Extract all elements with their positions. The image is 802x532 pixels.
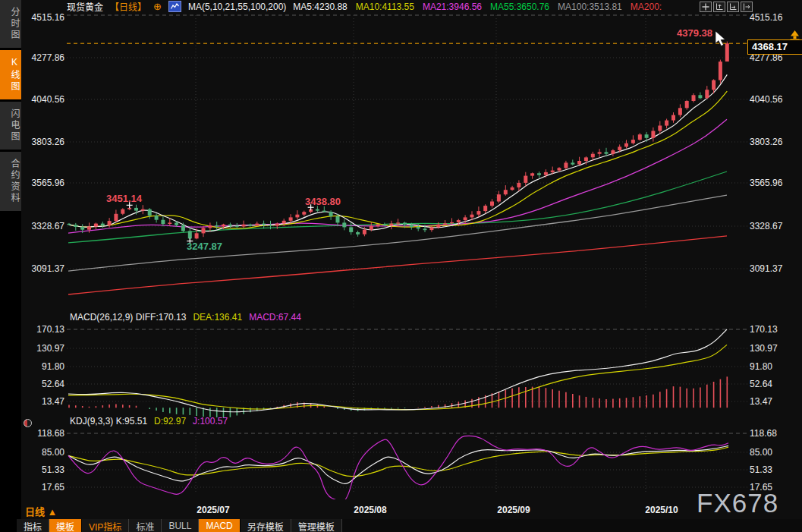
price-axis-label: 3803.26 — [750, 137, 801, 147]
price-axis-label: 3565.96 — [21, 178, 64, 188]
macd-axis-label: 130.97 — [21, 343, 64, 354]
macd-axis-label: 91.80 — [750, 361, 801, 372]
period-dropdown[interactable]: 日线 ▲ — [25, 504, 57, 518]
tab-bull[interactable]: BULL — [162, 519, 199, 532]
toolbar-corner — [0, 519, 17, 532]
exit-panel-icon[interactable] — [741, 2, 753, 12]
macd-dea-value: DEA:136.41 — [193, 312, 242, 323]
date-label: 2025/10 — [639, 505, 684, 515]
price-axis-label: 3328.67 — [21, 221, 64, 231]
ma-value-0: MA5:4230.88 — [293, 2, 347, 12]
price-axis-label: 4040.56 — [21, 94, 64, 105]
macd-axis-label: 130.97 — [750, 343, 801, 354]
macd-axis-label: 13.47 — [750, 396, 801, 407]
tab-template[interactable]: 模板 — [49, 519, 82, 532]
trading-chart-window: FX678 分时图K线图闪电图合约资料 现货黄金 【日线】 ⊕ MA(5,10,… — [0, 0, 802, 532]
kdj-k-value: K:95.51 — [116, 416, 147, 427]
ma-value-4: MA100:3513.81 — [558, 2, 622, 12]
price-axis-label: 4040.56 — [750, 94, 801, 105]
indicator-settings-icon[interactable] — [24, 419, 32, 427]
price-axis-label: 3803.26 — [21, 137, 64, 147]
macd-axis-label: 170.13 — [21, 324, 64, 335]
price-axis-label: 3328.67 — [750, 221, 801, 231]
date-label: 2025/09 — [491, 505, 536, 515]
ma-value-5: MA200: — [631, 2, 662, 12]
date-axis: 日线 ▲ 2025/072025/082025/092025/10 — [0, 499, 802, 519]
macd-panel-header: MACD(26,12,9) DIFF:170.13 DEA:136.41 MAC… — [70, 312, 301, 323]
sidebar-tab-time-chart[interactable]: 分时图 — [0, 0, 21, 48]
sidebar-tab-lightning-chart[interactable]: 闪电图 — [0, 102, 21, 150]
kdj-axis-label: 51.33 — [750, 464, 801, 475]
macd-macd-value: MACD:67.44 — [249, 312, 301, 323]
tab-standard[interactable]: 标准 — [129, 519, 162, 532]
macd-axis-label: 91.80 — [21, 361, 64, 372]
kdj-title: KDJ(9,3,3) — [70, 416, 113, 427]
ma-lines — [68, 74, 727, 294]
kdj-d-value: D:92.97 — [154, 416, 186, 427]
crosshair-tool-icon[interactable] — [700, 2, 712, 12]
ma-values: MA5:4230.88MA10:4113.55MA21:3946.56MA55:… — [293, 2, 662, 12]
sidebar-tab-kline-chart[interactable]: K线图 — [0, 50, 21, 99]
kdj-lines — [68, 436, 728, 501]
macd-axis-label: 52.64 — [750, 379, 801, 389]
axis-zoom-horizontal-icon[interactable] — [727, 2, 739, 12]
macd-axis-label: 52.64 — [21, 379, 64, 389]
add-indicator-icon[interactable]: ⊕ — [153, 1, 162, 12]
kdj-axis-label: 51.33 — [21, 464, 64, 475]
watermark: FX678 — [697, 488, 778, 518]
date-label: 2025/07 — [190, 505, 236, 515]
sidebar-tab-contract-info[interactable]: 合约资料 — [0, 152, 21, 211]
date-label: 2025/08 — [348, 505, 393, 515]
period-selector[interactable]: 【日线】 — [110, 0, 146, 13]
ma-value-1: MA10:4113.55 — [356, 2, 414, 12]
tab-manage-template[interactable]: 管理模板 — [291, 519, 342, 532]
kdj-axis-label: 85.00 — [21, 447, 64, 458]
symbol-name: 现货黄金 — [67, 0, 103, 13]
price-axis-label: 3091.37 — [21, 263, 64, 274]
price-axis-label: 3091.37 — [750, 263, 801, 274]
chart-tool-buttons — [700, 2, 753, 12]
kdj-axis-label: 118.68 — [750, 428, 801, 439]
ma-value-3: MA55:3650.76 — [490, 2, 549, 12]
ma-group-label: MA(5,10,21,55,100,200) — [188, 2, 286, 12]
tab-macd[interactable]: MACD — [199, 519, 240, 532]
price-axis-label: 4277.86 — [21, 52, 64, 63]
tab-save-template[interactable]: 另存模板 — [241, 519, 291, 532]
annotation-peak-3438: 3438.80 — [305, 196, 341, 207]
kdj-panel-header: KDJ(9,3,3) K:95.51 D:92.97 J:100.57 — [70, 416, 228, 427]
last-price-box: 4368.17 — [747, 39, 802, 55]
annotation-session-high: 4379.38 — [677, 27, 712, 39]
kdj-axis-label: 85.00 — [750, 447, 801, 458]
kdj-axis-label: 17.65 — [21, 482, 64, 493]
tab-vip-indicator[interactable]: VIP指标 — [82, 519, 129, 532]
chart-header: 现货黄金 【日线】 ⊕ MA(5,10,21,55,100,200) MA5:4… — [67, 1, 662, 12]
chart-canvas[interactable] — [0, 0, 802, 532]
left-sidebar: 分时图K线图闪电图合约资料 — [0, 0, 21, 532]
macd-lines — [68, 329, 727, 412]
price-axis-label: 4515.16 — [21, 12, 64, 23]
macd-diff-value: DIFF:170.13 — [136, 312, 187, 323]
kdj-axis-label: 118.68 — [21, 428, 64, 439]
axis-zoom-vertical-icon[interactable] — [713, 2, 725, 12]
annotation-peak-3451: 3451.14 — [106, 193, 142, 204]
kdj-j-value: J:100.57 — [193, 416, 228, 427]
chart-type-icon[interactable] — [168, 1, 181, 12]
ma-value-2: MA21:3946.56 — [423, 2, 482, 12]
bottom-toolbar: 指标模板VIP指标标准BULLMACD另存模板管理模板 — [0, 519, 802, 532]
annotation-trough-3247: 3247.87 — [187, 241, 222, 252]
macd-axis-label: 13.47 — [21, 396, 64, 407]
candlestick-series — [68, 42, 729, 241]
price-axis-label: 4515.16 — [750, 12, 801, 23]
macd-title: MACD(26,12,9) — [70, 312, 133, 323]
tab-indicator[interactable]: 指标 — [17, 519, 49, 532]
macd-axis-label: 170.13 — [750, 324, 801, 335]
price-axis-label: 3565.96 — [750, 178, 801, 188]
